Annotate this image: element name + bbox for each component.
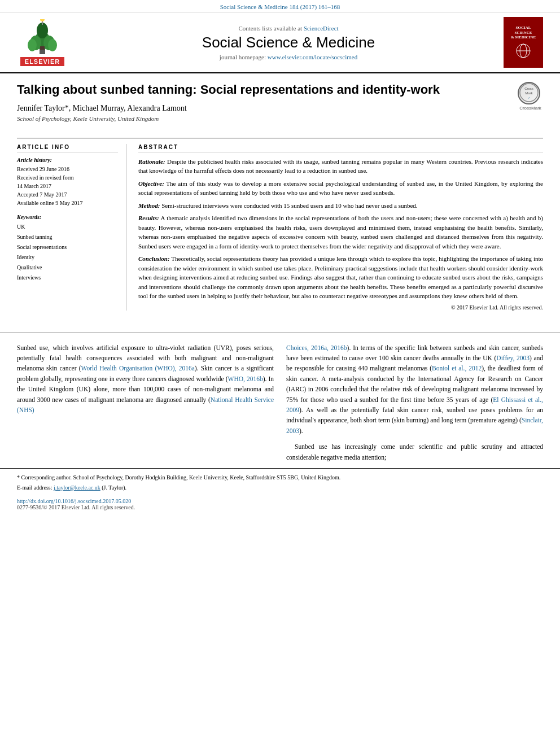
method-label: Method: bbox=[138, 202, 160, 209]
abstract-copyright: © 2017 Elsevier Ltd. All rights reserved… bbox=[138, 304, 543, 311]
doi-link[interactable]: http://dx.doi.org/10.1016/j.socscimed.20… bbox=[17, 498, 131, 504]
article-title-section: Talking about sunbed tanning: Social rep… bbox=[17, 82, 543, 131]
ref-boniol[interactable]: Boniol et al., 2012 bbox=[432, 365, 482, 372]
footnote-email-line: E-mail address: j.taylor@keele.ac.uk (J.… bbox=[17, 483, 543, 492]
received-date: Received 29 June 2016 bbox=[17, 165, 118, 173]
ref-diffey[interactable]: Diffey, 2003 bbox=[496, 355, 530, 361]
elsevier-logo-area: ELSEVIER bbox=[11, 19, 73, 66]
article-info-section-title: ARTICLE INFO bbox=[17, 144, 118, 152]
svg-text:Mark: Mark bbox=[525, 91, 533, 95]
article-affiliation: School of Psychology, Keele University, … bbox=[17, 115, 509, 122]
accepted-date: Accepted 7 May 2017 bbox=[17, 190, 118, 199]
results-label: Results: bbox=[138, 215, 159, 221]
crossmark-label: CrossMark bbox=[518, 106, 543, 111]
journal-banner: ELSEVIER Contents lists available at Sci… bbox=[0, 12, 560, 73]
svg-point-4 bbox=[28, 39, 37, 51]
ref-who-2016a[interactable]: World Health Organisation (WHO), 2016a bbox=[81, 365, 195, 372]
crossmark-area[interactable]: Cross Mark ✓ CrossMark bbox=[518, 82, 543, 111]
body-para-1: Sunbed use, which involves artificial ex… bbox=[17, 343, 274, 416]
svg-point-9 bbox=[40, 19, 45, 21]
method-text: Semi-structured interviews were conducte… bbox=[160, 202, 418, 209]
article-info-col: ARTICLE INFO Article history: Received 2… bbox=[17, 144, 127, 311]
svg-point-6 bbox=[37, 23, 48, 38]
keyword-sunbed: Sunbed tanning bbox=[17, 232, 118, 242]
abstract-conclusion: Conclusion: Theoretically, social repres… bbox=[138, 254, 543, 301]
info-abstract-columns: ARTICLE INFO Article history: Received 2… bbox=[17, 138, 543, 311]
doi-area: http://dx.doi.org/10.1016/j.socscimed.20… bbox=[0, 496, 560, 512]
objective-text: The aim of this study was to develop a m… bbox=[138, 180, 543, 196]
rationale-label: Rationale: bbox=[138, 158, 165, 165]
doi-copyright: 0277-9536/© 2017 Elsevier Ltd. All right… bbox=[17, 504, 135, 510]
article-title: Talking about sunbed tanning: Social rep… bbox=[17, 82, 509, 98]
ref-who-2016b[interactable]: WHO, 2016b bbox=[228, 375, 263, 382]
journal-cover-image: SOCIALSCIENCE& MEDICINE bbox=[504, 17, 543, 68]
results-text: A thematic analysis identified two dimen… bbox=[138, 215, 543, 250]
cover-globe-icon bbox=[515, 42, 532, 59]
keyword-uk: UK bbox=[17, 222, 118, 232]
article-history-block: Article history: Received 29 June 2016 R… bbox=[17, 157, 118, 207]
footnote-corresponding: * Corresponding author. School of Psycho… bbox=[17, 473, 543, 482]
sciencedirect-link[interactable]: ScienceDirect bbox=[304, 25, 339, 32]
abstract-col: ABSTRACT Rationale: Despite the publicis… bbox=[138, 144, 543, 311]
keywords-label: Keywords: bbox=[17, 214, 118, 220]
keyword-identity: Identity bbox=[17, 252, 118, 263]
keyword-qualitative: Qualitative bbox=[17, 263, 118, 273]
conclusion-label: Conclusion: bbox=[138, 255, 170, 262]
ref-choices[interactable]: Choices, 2016a, 2016b bbox=[286, 344, 347, 351]
journal-top-bar: Social Science & Medicine 184 (2017) 161… bbox=[0, 0, 560, 12]
abstract-rationale: Rationale: Despite the publicised health… bbox=[138, 157, 543, 176]
article-title-text: Talking about sunbed tanning: Social rep… bbox=[17, 82, 509, 126]
abstract-section-title: ABSTRACT bbox=[138, 144, 543, 152]
body-col-right: Choices, 2016a, 2016b). In terms of the … bbox=[286, 343, 543, 468]
keywords-block: Keywords: UK Sunbed tanning Social repre… bbox=[17, 214, 118, 283]
keywords-list: UK Sunbed tanning Social representations… bbox=[17, 222, 118, 283]
keyword-interviews: Interviews bbox=[17, 273, 118, 283]
conclusion-text: Theoretically, social representations th… bbox=[138, 255, 543, 299]
history-label: Article history: bbox=[17, 157, 118, 163]
objective-label: Objective: bbox=[138, 180, 164, 187]
journal-citation: Social Science & Medicine 184 (2017) 161… bbox=[220, 3, 340, 10]
available-online-date: Available online 9 May 2017 bbox=[17, 199, 118, 207]
email-link[interactable]: j.taylor@keele.ac.uk bbox=[54, 484, 100, 491]
abstract-method: Method: Semi-structured interviews were … bbox=[138, 201, 543, 211]
elsevier-wordmark: ELSEVIER bbox=[20, 57, 64, 66]
ref-nhs[interactable]: National Health Service (NHS) bbox=[17, 396, 274, 413]
rationale-text: Despite the publicised health risks asso… bbox=[138, 158, 543, 174]
sciencedirect-notice: Contents lists available at ScienceDirec… bbox=[79, 25, 498, 32]
svg-text:✓: ✓ bbox=[528, 96, 530, 99]
section-divider bbox=[0, 332, 560, 333]
svg-point-5 bbox=[48, 39, 57, 51]
email-label: E-mail address: bbox=[17, 484, 52, 491]
elsevier-tree-icon bbox=[20, 19, 65, 56]
footnote-area: * Corresponding author. School of Psycho… bbox=[0, 468, 560, 496]
svg-rect-7 bbox=[40, 46, 45, 50]
cover-title-text: SOCIALSCIENCE& MEDICINE bbox=[511, 25, 536, 40]
ref-ghissassi[interactable]: El Ghissassi et al., 2009 bbox=[286, 396, 543, 413]
homepage-link[interactable]: www.elsevier.com/locate/socscimed bbox=[268, 54, 357, 60]
received-revised-label: Received in revised form bbox=[17, 173, 118, 182]
ref-sinclair[interactable]: Sinclair, 2003 bbox=[286, 417, 543, 434]
keyword-social: Social representations bbox=[17, 242, 118, 252]
banner-center: Contents lists available at ScienceDirec… bbox=[79, 25, 498, 60]
article-content: Talking about sunbed tanning: Social rep… bbox=[0, 73, 560, 322]
article-authors: Jennifer Taylor*, Michael Murray, Alexan… bbox=[17, 104, 509, 113]
abstract-results: Results: A thematic analysis identified … bbox=[138, 213, 543, 251]
body-para-2: Choices, 2016a, 2016b). In terms of the … bbox=[286, 343, 543, 436]
journal-cover-area: SOCIALSCIENCE& MEDICINE bbox=[504, 17, 549, 68]
crossmark-icon[interactable]: Cross Mark ✓ bbox=[518, 82, 540, 104]
email-note: (J. Taylor). bbox=[102, 484, 126, 491]
elsevier-logo: ELSEVIER bbox=[11, 19, 73, 66]
body-columns: Sunbed use, which involves artificial ex… bbox=[0, 343, 560, 468]
homepage-line: journal homepage: www.elsevier.com/locat… bbox=[79, 54, 498, 60]
body-para-3: Sunbed use has increasingly come under s… bbox=[286, 442, 543, 462]
revised-date: 14 March 2017 bbox=[17, 182, 118, 190]
abstract-objective: Objective: The aim of this study was to … bbox=[138, 179, 543, 198]
journal-title: Social Science & Medicine bbox=[79, 34, 498, 51]
body-col-left: Sunbed use, which involves artificial ex… bbox=[17, 343, 274, 468]
svg-text:Cross: Cross bbox=[524, 87, 533, 90]
